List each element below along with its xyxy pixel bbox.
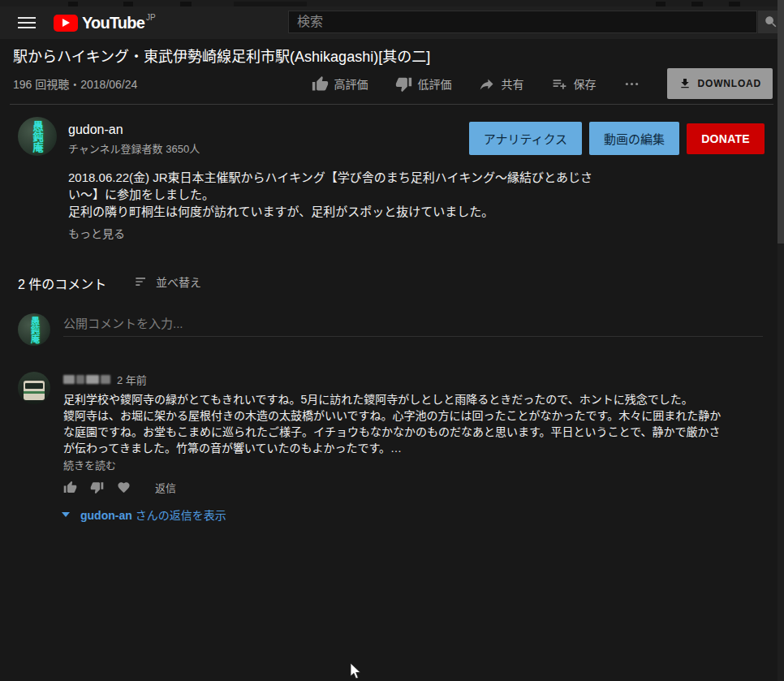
youtube-page: YouTube JP 駅からハイキング・東武伊勢崎線足利市駅(Ashikagas…	[0, 0, 784, 681]
dislike-button[interactable]: 低評価	[395, 75, 452, 93]
my-avatar[interactable]: 愚鈍庵	[18, 313, 50, 346]
save-button[interactable]: 保存	[551, 75, 597, 93]
comment-like-button[interactable]	[63, 481, 77, 494]
description-line: 足利の隣り町桐生は何度が訪れていますが、足利がスポッと抜けていました。	[68, 202, 493, 219]
youtube-play-icon	[54, 15, 78, 32]
search-input[interactable]	[289, 11, 773, 32]
my-avatar-text: 愚鈍庵	[30, 317, 39, 343]
view-count: 196 回視聴・2018/06/24	[13, 75, 137, 92]
share-label: 共有	[502, 75, 524, 92]
thumb-up-icon	[312, 75, 329, 93]
like-button[interactable]: 高評価	[312, 75, 368, 93]
section-divider	[10, 104, 773, 105]
show-replies-label: gudon-an さんの返信を表示	[80, 506, 226, 523]
replier-name: gudon-an	[80, 509, 132, 522]
save-icon	[551, 75, 568, 93]
comment-input[interactable]: 公開コメントを入力...	[63, 314, 763, 331]
logo-text: YouTube	[82, 14, 144, 32]
logo-country-code: JP	[146, 13, 156, 22]
more-actions-button[interactable]	[623, 75, 640, 93]
train-image	[24, 381, 45, 400]
comment-header: 2 年前	[63, 372, 147, 387]
download-label: DOWNLOAD	[698, 78, 761, 89]
thumb-down-icon	[90, 481, 104, 494]
show-more-button[interactable]: もっと見る	[68, 225, 125, 241]
edit-video-button[interactable]: 動画の編集	[589, 122, 679, 155]
dislike-label: 低評価	[418, 75, 452, 92]
scrollbar-thumb[interactable]	[778, 0, 784, 244]
sort-label: 並べ替え	[156, 274, 201, 290]
channel-avatar-text: 愚鈍庵	[32, 121, 43, 153]
like-label: 高評価	[334, 75, 368, 92]
sort-button[interactable]: 並べ替え	[133, 274, 201, 290]
save-label: 保存	[574, 75, 597, 92]
channel-avatar[interactable]: 愚鈍庵	[18, 117, 57, 156]
video-title: 駅からハイキング・東武伊勢崎線足利市駅(Ashikagashi)[其の二]	[13, 45, 430, 66]
download-icon	[678, 77, 691, 90]
channel-name[interactable]: gudon-an	[68, 123, 123, 137]
subscriber-count: チャンネル登録者数 3650人	[68, 140, 200, 156]
thumb-up-icon	[63, 481, 77, 494]
analytics-button[interactable]: アナリティクス	[469, 122, 582, 155]
youtube-logo[interactable]: YouTube JP	[54, 13, 156, 32]
chevron-down-icon	[62, 512, 70, 517]
more-icon	[623, 75, 640, 93]
redacted-username[interactable]	[63, 375, 110, 384]
comment-timestamp: 2 年前	[117, 372, 147, 387]
thumb-down-icon	[395, 75, 412, 93]
masthead: YouTube JP	[0, 6, 784, 39]
show-replies-button[interactable]: gudon-an さんの返信を表示	[62, 506, 226, 523]
share-button[interactable]: 共有	[479, 75, 524, 93]
heart-icon	[117, 481, 131, 494]
creator-heart-button[interactable]	[117, 481, 131, 494]
comment-text-line: 足利学校や鑁阿寺の緑がとてもきれいですね。5月に訪れた鑁阿寺がしとしと雨降るとき…	[63, 390, 693, 407]
comment-dislike-button[interactable]	[90, 481, 104, 494]
share-icon	[479, 75, 496, 93]
reply-button[interactable]: 返信	[155, 480, 176, 495]
read-more-button[interactable]: 続きを読む	[63, 457, 116, 472]
video-actions: 高評価 低評価 共有 保存 DOWNLOAD	[312, 68, 773, 99]
comment-text-line: が伝わってきました。竹箒の音が響いていたのもよかったです。…	[63, 439, 402, 455]
commenter-avatar[interactable]	[18, 372, 50, 404]
sort-icon	[133, 274, 149, 290]
description-line: 2018.06.22(金) JR東日本主催駅からハイキング【学び舎のまち足利ハイ…	[68, 168, 592, 185]
show-replies-suffix: さんの返信を表示	[132, 509, 226, 522]
mouse-cursor	[350, 663, 361, 681]
comment-text-line: 鑁阿寺は、お堀に架かる屋根付きの木造の太鼓橋がいいですね。心字池の方には回ったこ…	[63, 407, 721, 423]
menu-icon[interactable]	[18, 17, 36, 28]
comment-actions: 返信	[63, 480, 176, 495]
search-icon	[764, 15, 778, 29]
owner-buttons: アナリティクス 動画の編集 DONATE	[469, 122, 765, 155]
comment-text-line: な庭園ですね。お堂もこまめに巡られたご様子。イチョウもなかなかのものだなあと思い…	[63, 423, 721, 439]
search-box	[288, 11, 757, 33]
video-player-sliver	[0, 0, 784, 6]
scrollbar-track	[778, 0, 784, 681]
comment-input-underline	[63, 336, 763, 337]
donate-button[interactable]: DONATE	[687, 123, 765, 154]
comments-count: 2 件のコメント	[18, 274, 106, 293]
download-button[interactable]: DOWNLOAD	[667, 68, 773, 99]
description-line: い〜】に参加をしました。	[68, 185, 214, 202]
